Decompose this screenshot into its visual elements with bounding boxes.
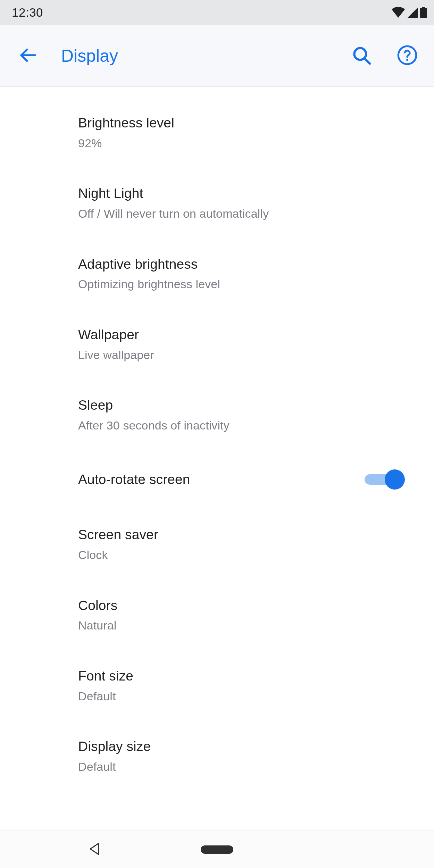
setting-title: Display size — [78, 738, 413, 755]
settings-list: Brightness level 92% Night Light Off / W… — [0, 87, 434, 791]
setting-night-light[interactable]: Night Light Off / Will never turn on aut… — [78, 168, 420, 238]
search-icon — [351, 45, 372, 67]
page-title: Display — [61, 46, 118, 66]
setting-subtitle: Default — [78, 759, 413, 774]
wifi-icon — [392, 7, 405, 18]
nav-back-button[interactable] — [88, 842, 100, 857]
setting-title: Screen saver — [78, 526, 413, 543]
setting-title: Wallpaper — [78, 326, 413, 343]
setting-auto-rotate[interactable]: Auto-rotate screen — [78, 450, 420, 509]
setting-adaptive-brightness[interactable]: Adaptive brightness Optimizing brightnes… — [78, 239, 420, 309]
setting-subtitle: 92% — [78, 136, 413, 151]
cellular-icon — [407, 7, 418, 18]
arrow-back-icon — [18, 45, 37, 66]
setting-title: Adaptive brightness — [78, 256, 413, 273]
status-bar: 12:30 — [0, 0, 434, 25]
nav-home-pill[interactable] — [201, 845, 233, 854]
svg-rect-0 — [422, 7, 425, 8]
setting-subtitle: Live wallpaper — [78, 348, 413, 362]
svg-point-6 — [406, 59, 408, 61]
setting-subtitle: Off / Will never turn on automatically — [78, 206, 413, 221]
search-button[interactable] — [351, 45, 372, 67]
setting-subtitle: After 30 seconds of inactivity — [78, 418, 413, 433]
toggle-thumb — [385, 469, 405, 490]
setting-subtitle: Default — [78, 689, 413, 704]
auto-rotate-toggle[interactable] — [365, 469, 403, 490]
setting-title: Colors — [78, 597, 413, 614]
setting-brightness-level[interactable]: Brightness level 92% — [78, 97, 420, 168]
battery-icon — [420, 7, 427, 18]
setting-title: Auto-rotate screen — [78, 471, 358, 488]
app-bar: Display — [0, 25, 434, 87]
setting-colors[interactable]: Colors Natural — [78, 580, 420, 650]
setting-subtitle: Natural — [78, 618, 413, 633]
setting-font-size[interactable]: Font size Default — [78, 650, 420, 721]
setting-screen-saver[interactable]: Screen saver Clock — [78, 509, 420, 579]
status-time: 12:30 — [7, 6, 43, 19]
setting-title: Night Light — [78, 185, 413, 202]
setting-title: Sleep — [78, 397, 413, 414]
setting-title: Font size — [78, 668, 413, 685]
status-icons — [392, 7, 427, 18]
setting-wallpaper[interactable]: Wallpaper Live wallpaper — [78, 309, 420, 379]
setting-sleep[interactable]: Sleep After 30 seconds of inactivity — [78, 379, 420, 450]
setting-subtitle: Clock — [78, 548, 413, 562]
svg-line-4 — [364, 58, 370, 64]
setting-display-size[interactable]: Display size Default — [78, 721, 420, 791]
setting-title: Brightness level — [78, 115, 413, 132]
help-button[interactable] — [397, 44, 418, 67]
setting-subtitle: Optimizing brightness level — [78, 277, 413, 292]
navigation-bar — [0, 831, 434, 868]
svg-rect-1 — [420, 8, 427, 18]
help-icon — [397, 44, 418, 67]
back-button[interactable] — [12, 41, 43, 71]
